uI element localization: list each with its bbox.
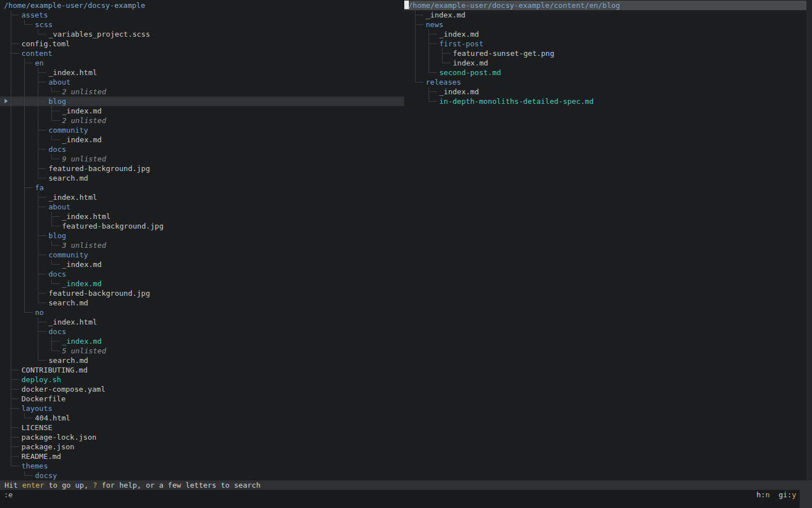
tree-row[interactable]: config.toml — [0, 39, 404, 49]
tree-row[interactable]: no — [0, 308, 404, 317]
tree-row[interactable]: _index.md — [0, 106, 404, 116]
tree-row[interactable]: _index.html — [0, 317, 404, 327]
tree-guide — [24, 97, 25, 106]
tree-guide — [415, 29, 416, 39]
entry-name: second-post.md — [439, 68, 501, 77]
tree-row[interactable]: community — [0, 125, 404, 135]
entry-name: CONTRIBUTING.md — [21, 365, 87, 375]
tree-guide — [429, 101, 437, 102]
tree-guide — [24, 288, 25, 298]
tree-row[interactable]: docs — [0, 327, 404, 336]
tree-row[interactable]: _index.md — [404, 10, 812, 20]
tree-guide — [38, 235, 46, 236]
tree-row[interactable]: _index.md — [0, 279, 404, 288]
tree-row[interactable]: featured-sunset-get.png — [404, 49, 812, 58]
entry-name: 5 unlisted — [62, 346, 106, 356]
tree-row[interactable]: _index.md — [404, 29, 812, 39]
tree-guide — [52, 264, 60, 265]
tree-row[interactable]: featured-background.jpg — [0, 288, 404, 298]
tree-row[interactable]: _index.md — [0, 135, 404, 144]
tree-row[interactable]: first-post — [404, 39, 812, 49]
entry-name: about — [48, 77, 70, 87]
tree-row-unlisted[interactable]: 9 unlisted — [0, 154, 404, 164]
tree-guide — [11, 250, 11, 260]
tree-guide — [11, 116, 11, 125]
entry-name: en — [35, 58, 44, 68]
tree-row[interactable]: _variables_project.scss — [0, 29, 404, 39]
tree-row[interactable]: CONTRIBUTING.md — [0, 365, 404, 375]
tree-row[interactable]: _index.md — [0, 260, 404, 269]
tree-guide — [38, 303, 46, 303]
panel-root-path-active[interactable]: /home/example-user/docsy-example/content… — [404, 1, 806, 10]
tree-guide — [11, 240, 11, 250]
panel-root-path[interactable]: /home/example-user/docsy-example — [0, 1, 404, 10]
tree-row[interactable]: docs — [0, 144, 404, 154]
tree-guide — [38, 293, 46, 294]
command-input[interactable]: :e h:n gi:y — [0, 490, 800, 508]
tree-guide — [24, 135, 25, 144]
tree-row[interactable]: themes — [0, 461, 404, 471]
tree-row-unlisted[interactable]: 5 unlisted — [0, 346, 404, 356]
tree-row[interactable]: Dockerfile — [0, 394, 404, 404]
tree-row[interactable]: blog — [0, 231, 404, 240]
tree-row[interactable]: featured-background.jpg — [0, 164, 404, 173]
tree-row[interactable]: docker-compose.yaml — [0, 384, 404, 394]
tree-guide — [24, 202, 25, 212]
tree-row[interactable]: search.md — [0, 173, 404, 183]
tree-row[interactable]: docs — [0, 269, 404, 279]
tree-row[interactable]: search.md — [0, 356, 404, 365]
tree-row[interactable]: deploy.sh — [0, 375, 404, 384]
tree-guide — [11, 68, 11, 77]
tree-row[interactable]: assets — [0, 10, 404, 20]
tree-row[interactable]: second-post.md — [404, 68, 812, 77]
tree-row[interactable]: news — [404, 20, 812, 29]
tree-guide — [11, 29, 11, 39]
tree-row[interactable]: _index.html — [0, 68, 404, 77]
entry-name: docs — [48, 144, 66, 154]
tree-guide — [25, 312, 33, 313]
tree-row-unlisted[interactable]: 2 unlisted — [0, 87, 404, 97]
tree-row[interactable]: layouts — [0, 404, 404, 413]
tree-guide — [11, 437, 19, 437]
tree-guide — [52, 139, 60, 140]
file-tree-panel-left: /home/example-user/docsy-example assetss… — [0, 0, 404, 480]
tree-row[interactable]: _index.html — [0, 192, 404, 202]
tree-row[interactable]: releases — [404, 77, 812, 87]
tree-row[interactable]: about — [0, 77, 404, 87]
broot-window: /home/example-user/docsy-example assetss… — [0, 0, 812, 508]
entry-name: _index.html — [48, 317, 97, 327]
tree-row[interactable]: docsy — [0, 471, 404, 480]
tree-row[interactable]: fa — [0, 183, 404, 192]
tree-guide — [38, 154, 38, 164]
tree-row[interactable]: search.md — [0, 298, 404, 308]
tree-row[interactable]: about — [0, 202, 404, 212]
tree-guide — [11, 183, 11, 192]
tree-row[interactable]: blog — [0, 97, 404, 106]
tree-row[interactable]: README.md — [0, 452, 404, 461]
tree-row[interactable]: scss — [0, 20, 404, 29]
tree-row-unlisted[interactable]: 2 unlisted — [0, 116, 404, 125]
tree-guide — [416, 82, 423, 82]
tree-row[interactable]: en — [0, 58, 404, 68]
tree-row[interactable]: _index.md — [404, 87, 812, 97]
tree-row[interactable]: _index.html — [0, 212, 404, 221]
tree-guide — [38, 130, 46, 130]
tree-row[interactable]: content — [0, 49, 404, 58]
tree-row[interactable]: index.md — [404, 58, 812, 68]
entry-name: 2 unlisted — [62, 87, 106, 97]
tree-row[interactable]: package.json — [0, 442, 404, 452]
tree-row[interactable]: package-lock.json — [0, 432, 404, 442]
flag-gitignore-label: gi: — [779, 491, 792, 499]
tree-row[interactable]: LICENSE — [0, 423, 404, 432]
entry-name: releases — [426, 77, 461, 87]
tree-row[interactable]: _index.md — [0, 336, 404, 346]
tree-row[interactable]: in-depth-monoliths-detailed-spec.md — [404, 97, 812, 106]
tree-row[interactable]: community — [0, 250, 404, 260]
tree-row-unlisted[interactable]: 3 unlisted — [0, 240, 404, 250]
tree-guide — [11, 87, 11, 97]
tree-guide — [11, 389, 19, 389]
tree-guide — [11, 413, 11, 423]
entry-name: docsy — [35, 471, 57, 480]
tree-row[interactable]: 404.html — [0, 413, 404, 423]
tree-row[interactable]: featured-background.jpg — [0, 221, 404, 231]
